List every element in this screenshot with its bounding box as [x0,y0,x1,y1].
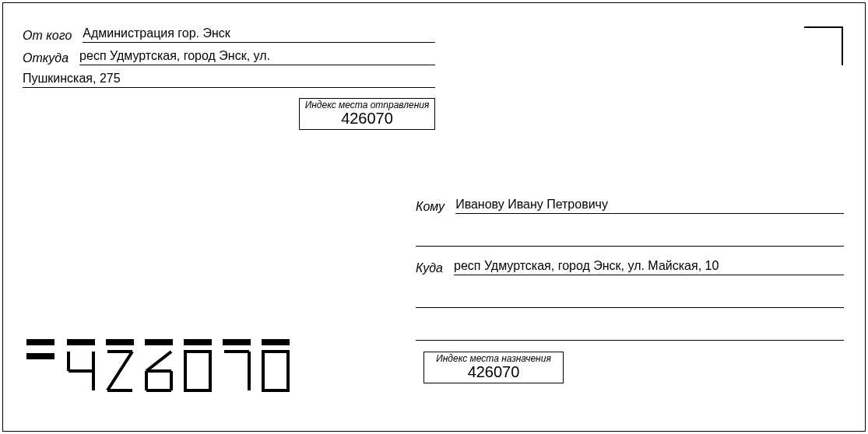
segment-digit [145,339,173,392]
digit-glyph-2 [106,350,134,392]
svg-rect-11 [185,352,210,390]
segment-digit [106,339,134,392]
digit-topbar [184,339,212,345]
recipient-block: Кому Иванову Ивану Петровичу Куда респ У… [416,198,844,353]
digit-glyph-6 [145,350,173,392]
digit-glyph-7 [223,350,251,392]
digit-topbar [145,339,173,345]
sender-index-box: Индекс места отправления 426070 [299,98,435,130]
sender-addr-label: Откуда [23,51,69,65]
marker-dash [26,339,54,345]
sender-addr-value: респ Удмуртская, город Энск, ул. [79,49,435,65]
sender-addr-continuation: Пушкинская, 275 [23,72,435,88]
segment-marker [26,339,54,359]
envelope-outline: От кого Администрация гор. Энск Откуда р… [2,2,866,432]
recipient-addr-label: Куда [416,261,443,275]
sender-from-value: Администрация гор. Энск [83,26,435,43]
recipient-blank-line-2 [416,288,844,308]
digit-topbar [67,339,95,345]
recipient-to-value: Иванову Ивану Петровичу [455,198,844,214]
recipient-index-caption: Индекс места назначения [427,353,560,364]
recipient-index-box: Индекс места назначения 426070 [423,352,564,383]
digit-glyph-0 [262,350,290,392]
digit-glyph-4 [67,350,95,392]
sender-from-label: От кого [23,29,72,43]
digit-topbar [223,339,251,345]
sender-block: От кого Администрация гор. Энск Откуда р… [23,26,435,88]
digit-topbar [106,339,134,345]
svg-line-4 [107,352,132,390]
sender-from-row: От кого Администрация гор. Энск [23,26,435,43]
digit-topbar [262,339,290,345]
segment-digit [184,339,212,392]
recipient-addr-value: респ Удмуртская, город Энск, ул. Майская… [454,259,844,275]
postal-code-segments [26,339,290,392]
recipient-blank-line-3 [416,320,844,341]
recipient-to-label: Кому [416,200,445,214]
sender-index-value: 426070 [303,110,431,126]
sender-index-caption: Индекс места отправления [303,100,431,110]
sender-addr-row: Откуда респ Удмуртская, город Энск, ул. [23,49,435,65]
svg-line-6 [146,352,171,371]
segment-digit [262,339,290,392]
recipient-blank-line-1 [416,226,844,247]
recipient-to-row: Кому Иванову Ивану Петровичу [416,198,844,214]
digit-glyph-0 [184,350,212,392]
recipient-addr-row: Куда респ Удмуртская, город Энск, ул. Ма… [416,259,844,275]
svg-rect-14 [263,352,288,390]
segment-digit [67,339,95,392]
segment-digit [223,339,251,392]
recipient-index-value: 426070 [427,364,560,380]
marker-dash [26,353,54,359]
corner-mark [804,26,843,65]
